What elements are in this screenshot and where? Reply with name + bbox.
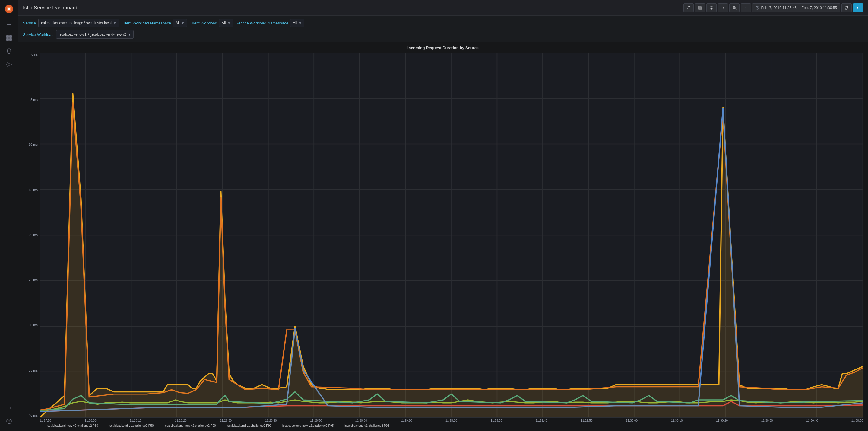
service-workload-ns-label: Service Workload Namespace (236, 21, 288, 25)
service-value: calcbackendsvc.challenge2.svc.cluster.lo… (41, 21, 111, 25)
page-title: Istio Service Dashboard (23, 5, 680, 11)
chart-svg (40, 53, 863, 418)
sidebar-item-apps[interactable] (0, 31, 18, 45)
client-workload-value: All (222, 21, 226, 25)
sidebar-item-alerts[interactable] (0, 45, 18, 58)
legend-color-1 (102, 426, 108, 426)
legend-label-1: jscalcbackend-v1.challenge2 P50 (109, 424, 154, 427)
legend-color-3 (220, 426, 226, 426)
service-label: Service (23, 21, 36, 25)
legend-label-0: jscalcbackend-new-v2.challenge2 P50 (47, 424, 98, 427)
next-button[interactable]: › (741, 3, 751, 12)
service-workload-ns-group: Service Workload Namespace All ▼ (236, 19, 304, 27)
app-logo[interactable] (3, 3, 15, 15)
y-label-7: 5 ms (23, 98, 39, 102)
x-label-9: 11:29:20 (445, 419, 457, 422)
x-label-18: 11:30:50 (851, 419, 863, 422)
x-label-5: 11:28:40 (265, 419, 277, 422)
svg-point-8 (711, 7, 712, 8)
y-label-5: 15 ms (23, 188, 39, 192)
legend-color-4 (275, 426, 281, 426)
topbar: Istio Service Dashboard ‹ (18, 0, 868, 16)
filter-bar: Service calcbackendsvc.challenge2.svc.cl… (18, 16, 868, 42)
service-workload-ns-value: All (293, 21, 297, 25)
sidebar-item-signin[interactable] (0, 401, 18, 415)
chart-inner: 40 ms 35 ms 30 ms 25 ms 20 ms 15 ms 10 m… (23, 53, 863, 418)
x-label-10: 11:29:30 (490, 419, 502, 422)
back-button[interactable] (853, 3, 863, 12)
x-label-15: 11:30:20 (716, 419, 728, 422)
x-label-16: 11:30:30 (761, 419, 773, 422)
sidebar-item-add[interactable] (0, 18, 18, 31)
client-workload-ns-chevron-icon: ▼ (182, 22, 185, 25)
service-workload-value: jscalcbackend-v1 + jscalcbackend-new-v2 (59, 32, 126, 36)
svg-point-5 (8, 64, 10, 65)
client-workload-ns-group: Client Workload Namespace All ▼ (122, 19, 187, 27)
service-chevron-icon: ▼ (114, 22, 116, 25)
y-axis: 40 ms 35 ms 30 ms 25 ms 20 ms 15 ms 10 m… (23, 53, 39, 418)
prev-icon: ‹ (722, 5, 724, 10)
y-label-4: 20 ms (23, 233, 39, 237)
svg-point-7 (9, 423, 9, 423)
service-workload-ns-chevron-icon: ▼ (299, 22, 302, 25)
y-label-0: 40 ms (23, 413, 39, 417)
service-workload-chevron-icon: ▼ (128, 33, 131, 36)
clock-icon (755, 6, 759, 10)
refresh-button[interactable] (841, 3, 852, 12)
filter-row-2: Service Workload jscalcbackend-v1 + jsca… (23, 30, 863, 39)
client-workload-label: Client Workload (189, 21, 217, 25)
client-workload-group: Client Workload All ▼ (189, 19, 233, 27)
x-label-6: 11:28:50 (310, 419, 322, 422)
x-label-12: 11:29:50 (581, 419, 593, 422)
time-range-display[interactable]: Feb. 7, 2019 11:27:46 to Feb. 7, 2019 11… (752, 3, 840, 12)
x-axis: 11:27:50 11:28:00 11:28:10 11:28:20 11:2… (39, 418, 863, 422)
chart-legend: jscalcbackend-new-v2.challenge2 P50 jsca… (39, 424, 863, 427)
save-button[interactable] (695, 3, 705, 12)
x-label-4: 11:28:30 (220, 419, 231, 422)
service-workload-label: Service Workload (23, 32, 54, 37)
legend-label-2: jscalcbackend-new-v2.challenge2 P90 (165, 424, 216, 427)
service-workload-ns-select[interactable]: All ▼ (290, 19, 304, 27)
x-label-8: 11:29:10 (400, 419, 412, 422)
main-content: Istio Service Dashboard ‹ (18, 0, 868, 431)
sidebar-item-settings[interactable] (0, 58, 18, 71)
legend-item-4: jscalcbackend-new-v2.challenge2 P95 (275, 424, 334, 427)
legend-color-5 (337, 426, 343, 426)
client-workload-select[interactable]: All ▼ (219, 19, 233, 27)
legend-item-5: jscalcbackend-v1.challenge2 P95 (337, 424, 389, 427)
sidebar-item-help[interactable] (0, 415, 18, 428)
x-label-17: 11:30:40 (806, 419, 818, 422)
legend-item-2: jscalcbackend-new-v2.challenge2 P90 (157, 424, 216, 427)
topbar-actions: ‹ › Feb. 7, 2019 11:27:46 to Feb. 7, 201… (683, 3, 863, 12)
sidebar-bottom (0, 401, 18, 428)
x-label-11: 11:29:40 (536, 419, 548, 422)
zoom-button[interactable] (729, 3, 740, 12)
legend-item-0: jscalcbackend-new-v2.challenge2 P50 (39, 424, 98, 427)
x-label-3: 11:28:20 (175, 419, 187, 422)
y-label-6: 10 ms (23, 143, 39, 146)
client-workload-ns-value: All (176, 21, 180, 25)
service-workload-select[interactable]: jscalcbackend-v1 + jscalcbackend-new-v2 … (56, 30, 134, 39)
chart-area: Incoming Request Duration by Source 40 m… (18, 42, 868, 431)
sidebar (0, 0, 18, 431)
legend-item-1: jscalcbackend-v1.challenge2 P50 (102, 424, 154, 427)
x-label-13: 11:30:00 (626, 419, 638, 422)
y-label-8: 0 ns (23, 53, 39, 56)
legend-color-2 (157, 426, 163, 426)
chart-plot[interactable] (39, 53, 863, 418)
client-workload-ns-select[interactable]: All ▼ (173, 19, 187, 27)
legend-color-0 (39, 426, 45, 426)
y-label-1: 35 ms (23, 369, 39, 372)
client-workload-chevron-icon: ▼ (227, 22, 230, 25)
y-label-3: 25 ms (23, 278, 39, 282)
client-workload-ns-label: Client Workload Namespace (122, 21, 171, 25)
next-icon: › (745, 5, 747, 10)
x-label-1: 11:28:00 (85, 419, 96, 422)
service-select[interactable]: calcbackendsvc.challenge2.svc.cluster.lo… (38, 19, 119, 27)
chart-title: Incoming Request Duration by Source (23, 46, 863, 50)
prev-button[interactable]: ‹ (718, 3, 728, 12)
settings-button[interactable] (706, 3, 717, 12)
share-button[interactable] (683, 3, 694, 12)
svg-point-2 (8, 8, 10, 10)
x-label-0: 11:27:50 (39, 419, 51, 422)
